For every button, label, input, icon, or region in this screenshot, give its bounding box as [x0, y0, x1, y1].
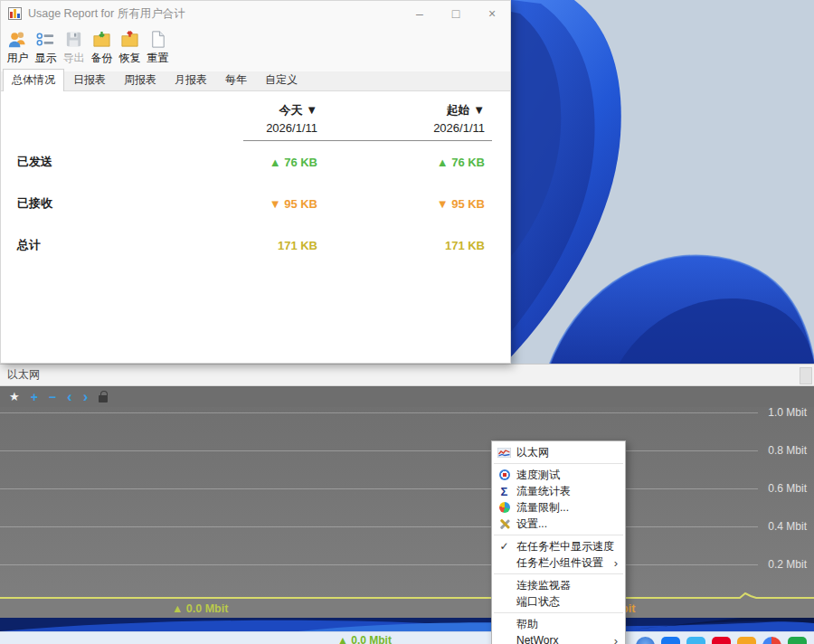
toolbar-item-label: 用户 [7, 51, 29, 66]
favorite-star-icon[interactable]: ★ [9, 391, 20, 402]
table-row-received: 已接收 ▼ 95 KB ▼ 95 KB [1, 183, 510, 224]
axis-tick-label: 1.0 Mbit [768, 407, 807, 419]
graph-toolbar: ★ + − ‹ › [0, 386, 814, 407]
taskbar-app-icon[interactable] [788, 637, 807, 644]
reset-button[interactable]: 重置 [145, 29, 171, 66]
report-toolbar: 用户 显示 导出 备份 [1, 26, 510, 71]
backup-button[interactable]: 备份 [89, 29, 115, 66]
title-bar[interactable]: Usage Report for 所有用户合计 – □ × [1, 1, 510, 26]
menu-separator [494, 535, 623, 535]
column-date-today: 2026/1/11 [227, 121, 317, 135]
graph-speed-strip: ▲ 0.0 Mbit ▼ 0.0 Mbit [0, 600, 814, 618]
desktop-wallpaper [506, 0, 814, 366]
menu-item-usage-report[interactable]: Σ 流量统计表 [492, 483, 625, 499]
reset-page-icon [147, 29, 168, 50]
menu-item-help[interactable]: 帮助 [492, 616, 625, 632]
maximize-button[interactable]: □ [438, 1, 474, 26]
gridline [0, 564, 758, 565]
taskbar-app-icon[interactable] [712, 637, 731, 644]
menu-item-connection-monitor[interactable]: 连接监视器 [492, 577, 625, 593]
menu-item-taskbar-widget-settings[interactable]: 任务栏小组件设置 › [492, 554, 625, 571]
minimize-button[interactable]: – [402, 1, 438, 26]
desktop-wallpaper-strip [0, 618, 814, 631]
taskbar-app-icon[interactable] [762, 637, 781, 644]
report-tabs: 总体情况 日报表 周报表 月报表 每年 自定义 [1, 71, 510, 91]
taskbar-app-icon[interactable] [737, 637, 756, 644]
tab-weekly[interactable]: 周报表 [115, 69, 166, 90]
row-value-since: ▲ 76 KB [317, 156, 485, 169]
row-value-since: ▼ 95 KB [317, 197, 485, 211]
export-disk-icon [63, 29, 84, 50]
row-label: 已接收 [1, 195, 227, 212]
row-label: 总计 [1, 237, 227, 253]
sigma-icon: Σ [492, 485, 516, 498]
row-value-today: ▼ 95 KB [227, 197, 317, 211]
column-header-since[interactable]: 起始 ▼ [317, 102, 485, 118]
pie-chart-icon [499, 502, 510, 513]
graph-plot-area[interactable]: 1.0 Mbit 0.8 Mbit 0.6 Mbit 0.4 Mbit 0.2 … [0, 407, 814, 600]
graph-header-corner-button[interactable] [800, 367, 812, 384]
tab-monthly[interactable]: 月报表 [166, 69, 216, 90]
taskbar-app-icon[interactable] [686, 637, 705, 644]
networx-context-menu: 以太网 速度测试 Σ 流量统计表 流量限制... 设置... ✓ 在任务栏中显示… [491, 440, 626, 644]
tab-yearly[interactable]: 每年 [216, 69, 256, 90]
row-value-today: 171 KB [227, 239, 317, 252]
line-chart-icon [492, 448, 516, 458]
toolbar-item-label: 重置 [147, 51, 169, 66]
gridline [0, 412, 758, 413]
menu-separator [494, 612, 623, 613]
column-date-since: 2026/1/11 [317, 121, 485, 135]
app-bar-chart-icon [8, 7, 22, 20]
close-button[interactable]: × [474, 1, 510, 26]
menu-item-port-status[interactable]: 端口状态 [492, 593, 625, 610]
display-button[interactable]: 显示 [33, 29, 59, 66]
window-title: Usage Report for 所有用户合计 [28, 6, 185, 22]
menu-separator [494, 463, 623, 464]
menu-separator [494, 573, 623, 574]
toolbar-item-label: 恢复 [119, 51, 141, 66]
scroll-left-icon[interactable]: ‹ [67, 389, 72, 404]
taskbar-networx-speed: ▲ 0.0 Mbit [337, 634, 392, 644]
taskbar-app-icon[interactable] [636, 637, 655, 644]
tab-daily[interactable]: 日报表 [64, 69, 115, 90]
tab-custom[interactable]: 自定义 [256, 69, 307, 90]
gridline [0, 526, 758, 527]
column-header-today[interactable]: 今天 ▼ [227, 102, 317, 118]
toolbar-item-label: 显示 [35, 51, 57, 66]
graph-interface-title: 以太网 [7, 367, 40, 383]
users-icon [7, 29, 28, 50]
export-button: 导出 [61, 29, 87, 66]
window-controls: – □ × [402, 1, 510, 26]
users-button[interactable]: 用户 [5, 29, 31, 66]
upload-speed-label: ▲ 0.0 Mbit [172, 602, 228, 615]
taskbar[interactable]: ▲ 0.0 Mbit [0, 631, 814, 644]
axis-tick-label: 0.8 Mbit [768, 444, 807, 457]
menu-item-quota[interactable]: 流量限制... [492, 499, 625, 516]
taskbar-app-icon[interactable] [661, 637, 680, 644]
restore-button[interactable]: 恢复 [117, 29, 143, 66]
menu-item-show-speed-in-taskbar[interactable]: ✓ 在任务栏中显示速度 [492, 538, 625, 554]
zoom-in-icon[interactable]: + [31, 391, 38, 403]
menu-item-networx[interactable]: NetWorx › [492, 632, 625, 644]
lock-icon[interactable] [99, 395, 108, 402]
usage-table: 今天 ▼ 起始 ▼ 2026/1/11 2026/1/11 已发送 ▲ 76 K… [1, 91, 510, 266]
table-row-sent: 已发送 ▲ 76 KB ▲ 76 KB [1, 141, 510, 183]
menu-item-ethernet[interactable]: 以太网 [492, 444, 625, 460]
row-label: 已发送 [1, 154, 227, 170]
axis-tick-label: 0.6 Mbit [768, 482, 807, 495]
scroll-right-icon[interactable]: › [83, 389, 89, 404]
menu-item-settings[interactable]: 设置... [492, 516, 625, 532]
tools-icon [498, 518, 510, 530]
gridline [0, 488, 758, 489]
menu-item-speed-test[interactable]: 速度测试 [492, 467, 625, 483]
speed-gauge-icon [499, 469, 510, 480]
graph-header-bar[interactable]: 以太网 [0, 364, 814, 386]
zoom-out-icon[interactable]: − [49, 391, 56, 403]
usage-report-window: Usage Report for 所有用户合计 – □ × 用户 显示 [0, 0, 511, 364]
taskbar-icons [636, 637, 807, 644]
checkmark-icon: ✓ [492, 540, 516, 553]
row-value-since: 171 KB [317, 239, 485, 252]
tab-overall[interactable]: 总体情况 [3, 69, 64, 91]
table-row-total: 总计 171 KB 171 KB [1, 224, 510, 266]
gridline [0, 450, 758, 451]
